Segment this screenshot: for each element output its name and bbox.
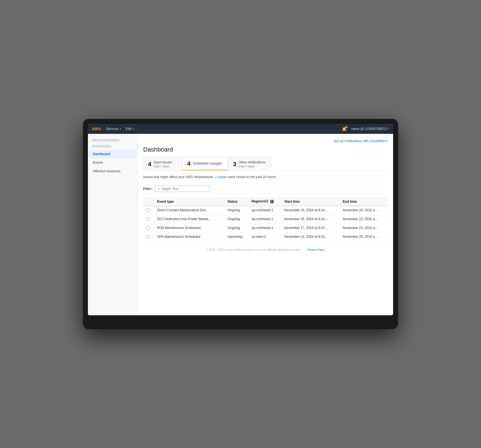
row-end-time: November 20, 2016 a... (340, 206, 388, 215)
row-radio-3[interactable] (146, 235, 150, 239)
nav-services[interactable]: Services ▾ (106, 127, 121, 131)
region-info-icon[interactable]: i (270, 200, 274, 204)
col-region: Region/AZ i (249, 197, 282, 206)
tab-scheduled-changes[interactable]: 4 Scheduled changes (182, 157, 228, 170)
row-end-time: November 23, 2016 a... (340, 224, 388, 233)
row-region: ap-northeast-1 (249, 206, 282, 215)
info-prefix: Issues that might affect your AWS infras… (143, 175, 215, 179)
row-radio-2[interactable] (146, 226, 150, 230)
row-radio-0[interactable] (146, 208, 150, 212)
laptop-frame: AWS Services ▾ Edit ▾ 🔔 name @ 123456789… (83, 119, 398, 329)
dashboard-area: Set up notifications with CloudWatch Das… (138, 134, 393, 315)
filter-icon: ▼ (157, 187, 160, 191)
col-event-type: Event type (154, 197, 225, 206)
account-label: name @ 123456789012 (351, 127, 387, 131)
tab-open-issues-label: Open issues (153, 160, 172, 165)
tab-scheduled-label: Scheduled changes (193, 162, 222, 166)
account-chevron-icon: ▾ (388, 127, 389, 130)
notification-banner: Set up notifications with CloudWatch (143, 138, 388, 143)
edit-label: Edit (126, 127, 131, 131)
table-header-row: Event type Status Region/AZ i Start time… (143, 197, 388, 206)
tab-open-issues[interactable]: 4 Open issues Past 7 days (143, 157, 182, 170)
page-title: Dashboard (143, 146, 388, 153)
table-row: EC2 Dedicated Host Power Mainte... Ongoi… (143, 215, 388, 224)
cloudwatch-notification-link[interactable]: Set up notifications with CloudWatch (334, 139, 388, 143)
table-row: Direct Connect Maintenance Sch... Ongoin… (143, 206, 388, 215)
row-event-type: RDS Maintenance Scheduled (154, 224, 225, 233)
filter-input-wrapper[interactable]: ▼ (155, 186, 210, 192)
nav-left: AWS Services ▾ Edit ▾ (92, 127, 134, 131)
footer-copyright: © 2008 - 2016, Amazon Web Services, Inc.… (206, 248, 301, 251)
row-region: us-west-2 (249, 233, 282, 242)
tab-other-label: Other notifications (239, 160, 265, 165)
tab-open-issues-sub: Past 7 days (153, 165, 172, 168)
edit-chevron-icon: ▾ (132, 127, 134, 130)
row-start-time: November 16, 2016 at 8:10:... (282, 206, 340, 215)
col-start-time: Start time (282, 197, 340, 206)
sidebar: Dashboard Events Affected resources (88, 134, 138, 315)
row-select-cell (143, 233, 154, 242)
services-label: Services (106, 127, 119, 131)
filter-label: Filter: (143, 187, 152, 191)
scheduled-changes-table: Event type Status Region/AZ i Start time… (143, 197, 388, 242)
tab-open-issues-count: 4 (148, 161, 151, 168)
screen: AWS Services ▾ Edit ▾ 🔔 name @ 123456789… (88, 124, 393, 315)
nav-edit[interactable]: Edit ▾ (126, 127, 134, 131)
row-radio-1[interactable] (146, 217, 150, 221)
page-footer: © 2008 - 2016, Amazon Web Services, Inc.… (143, 248, 388, 251)
col-end-time: End time (340, 197, 388, 206)
aws-logo: AWS (92, 127, 101, 131)
tab-other-count: 3 (233, 161, 236, 168)
row-status: Ongoing (225, 224, 249, 233)
account-info[interactable]: name @ 123456789012 ▾ (351, 127, 389, 131)
tabs-container: 4 Open issues Past 7 days 4 Scheduled ch… (143, 157, 388, 171)
row-region: ap-northeast-1 (249, 224, 282, 233)
row-start-time: November 17, 2016 at 8:10:... (282, 224, 340, 233)
row-event-type: Direct Connect Maintenance Sch... (154, 206, 225, 215)
row-status: Ongoing (225, 206, 249, 215)
row-select-cell (143, 206, 154, 215)
table-row: RDS Maintenance Scheduled Ongoing ap-nor… (143, 224, 388, 233)
tab-scheduled-count: 4 (187, 160, 190, 167)
sidebar-item-affected[interactable]: Affected resources (89, 167, 136, 175)
row-select-cell (143, 224, 154, 233)
col-select (143, 197, 154, 206)
row-status: Ongoing (225, 215, 249, 224)
row-event-type: VPN Maintenance Scheduled (154, 233, 225, 242)
sidebar-logo-placeholder (92, 139, 119, 142)
top-nav: AWS Services ▾ Edit ▾ 🔔 name @ 123456789… (88, 124, 393, 134)
services-chevron-icon: ▾ (120, 127, 121, 130)
footer-privacy-link[interactable]: Privacy Policy (307, 248, 325, 251)
row-select-cell (143, 215, 154, 224)
nav-right: 🔔 name @ 123456789012 ▾ (342, 127, 389, 131)
tab-other-notifications[interactable]: 3 Other notifications Past 7 days (228, 157, 271, 170)
filter-input[interactable] (161, 187, 207, 191)
info-text: Issues that might affect your AWS infras… (143, 173, 388, 181)
sidebar-item-events[interactable]: Events (89, 158, 136, 167)
row-end-time: November 25, 2016 a... (340, 233, 388, 242)
table-row: VPN Maintenance Scheduled Upcoming us-we… (143, 233, 388, 242)
row-start-time: November 24, 2016 at 8:10:... (282, 233, 340, 242)
col-status: Status (225, 197, 249, 206)
issues-link[interactable]: 2 issues (215, 175, 227, 179)
sidebar-item-dashboard[interactable]: Dashboard (89, 150, 136, 158)
row-start-time: November 16, 2016 at 8:10:... (282, 215, 340, 224)
row-event-type: EC2 Dedicated Host Power Mainte... (154, 215, 225, 224)
sidebar-placeholder-2 (92, 145, 111, 148)
info-suffix: were closed in the past 24 hours. (227, 175, 276, 179)
filter-bar: Filter: ▼ (143, 184, 388, 194)
notification-bell[interactable]: 🔔 (342, 127, 347, 131)
row-region: ap-northeast-1 (249, 215, 282, 224)
tab-other-sub: Past 7 days (239, 165, 265, 168)
main-content: Dashboard Events Affected resources Set … (88, 134, 393, 315)
notification-dot (346, 126, 347, 128)
row-status: Upcoming (225, 233, 249, 242)
row-end-time: November 22, 2016 a... (340, 215, 388, 224)
